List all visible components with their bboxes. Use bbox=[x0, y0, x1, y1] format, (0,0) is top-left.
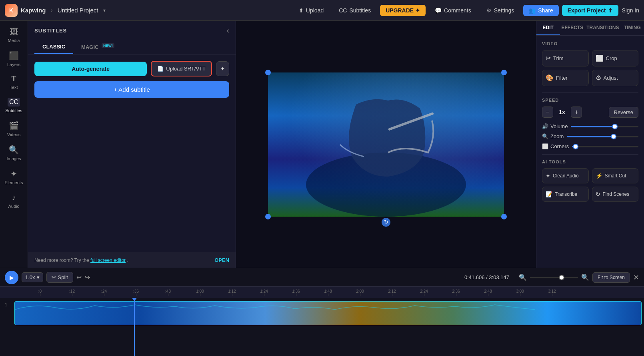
gear-icon: ⚙ bbox=[486, 7, 492, 14]
zoom-thumb-timeline[interactable] bbox=[559, 275, 564, 280]
sidebar-item-images[interactable]: 🔍 Images bbox=[2, 142, 26, 164]
zoom-row: 🔍 Zoom bbox=[542, 133, 638, 139]
split-button[interactable]: ✂ Split bbox=[46, 272, 73, 283]
project-name[interactable]: Untitled Project bbox=[58, 7, 98, 14]
sidebar-item-subtitles[interactable]: CC Subtitles bbox=[2, 95, 26, 116]
add-subtitle-button[interactable]: + Add subtitle bbox=[34, 81, 229, 98]
smart-cut-button[interactable]: ⚡ Smart Cut bbox=[592, 168, 639, 183]
speed-decrease-button[interactable]: − bbox=[542, 107, 553, 118]
filter-button[interactable]: 🎨 Filter bbox=[542, 70, 589, 86]
playback-speed-selector[interactable]: 1.0x ▾ bbox=[22, 272, 43, 282]
media-icon: 🖼 bbox=[10, 27, 18, 36]
tab-effects[interactable]: EFFECTS bbox=[560, 21, 585, 35]
ruler-mark: 3:12 bbox=[536, 289, 568, 296]
zoom-slider-timeline[interactable] bbox=[530, 277, 578, 278]
sidebar-item-elements[interactable]: ✦ Elements bbox=[2, 166, 26, 188]
find-scenes-button[interactable]: ↻ Find Scenes bbox=[592, 187, 639, 202]
panel-header: SUBTITLES ‹ bbox=[28, 21, 236, 40]
upload-extra-button[interactable]: ✦ bbox=[216, 61, 229, 76]
app-logo: K bbox=[5, 4, 18, 17]
zoom-slider[interactable] bbox=[567, 136, 638, 137]
playhead[interactable] bbox=[134, 298, 135, 356]
handle-top-right[interactable] bbox=[501, 70, 507, 75]
panel-tabs: CLASSIC MAGIC NEW! bbox=[28, 40, 236, 54]
ai-tools-label: AI TOOLS bbox=[542, 159, 638, 164]
handle-bottom-right[interactable] bbox=[501, 214, 507, 219]
subtitles-button[interactable]: CC Subtitles bbox=[333, 4, 377, 16]
upgrade-button[interactable]: UPGRADE ✦ bbox=[380, 5, 426, 16]
share-button[interactable]: 👥 Share bbox=[523, 5, 558, 16]
upload-icon: ⬆ bbox=[299, 7, 304, 14]
ruler-mark: 2:36 bbox=[440, 289, 472, 296]
fit-to-screen-button[interactable]: Fit to Screen bbox=[592, 272, 630, 283]
redo-button[interactable]: ↪ bbox=[85, 274, 90, 281]
comments-button[interactable]: 💬 Comments bbox=[429, 4, 477, 16]
ruler-marks: :0:12:24:36:481:001:121:241:361:482:002:… bbox=[12, 289, 644, 296]
corners-icon: ⬜ bbox=[542, 143, 548, 149]
sidebar-item-audio[interactable]: ♪ Audio bbox=[2, 190, 26, 212]
canvas-area: ↻ bbox=[236, 21, 536, 268]
video-content bbox=[268, 72, 504, 217]
volume-thumb[interactable] bbox=[612, 124, 618, 129]
tab-classic[interactable]: CLASSIC bbox=[34, 40, 73, 54]
chevron-down-icon[interactable]: ▾ bbox=[103, 8, 106, 13]
rotate-handle[interactable]: ↻ bbox=[382, 218, 390, 227]
brand-name[interactable]: Kapwing bbox=[21, 7, 46, 14]
fullscreen-editor-link[interactable]: full screen editor bbox=[90, 257, 126, 263]
clean-audio-button[interactable]: ✦ Clean Audio bbox=[542, 168, 589, 183]
play-button[interactable]: ▶ bbox=[5, 271, 18, 284]
tab-magic[interactable]: MAGIC NEW! bbox=[73, 40, 122, 54]
adjust-button[interactable]: ⚙ Adjust bbox=[592, 70, 639, 86]
volume-icon: 🔊 bbox=[542, 123, 548, 129]
settings-button[interactable]: ⚙ Settings bbox=[480, 4, 520, 16]
undo-button[interactable]: ↩ bbox=[76, 274, 82, 281]
share-icon: 👥 bbox=[529, 7, 536, 14]
handle-bottom-left[interactable] bbox=[265, 214, 271, 219]
signin-button[interactable]: Sign In bbox=[622, 7, 639, 14]
ruler-mark: 1:48 bbox=[312, 289, 344, 296]
zoom-in-button[interactable]: 🔍 bbox=[581, 274, 589, 281]
speed-section-label: SPEED bbox=[542, 98, 638, 103]
speed-controls: − 1x + Reverse bbox=[542, 107, 638, 118]
sidebar-item-layers[interactable]: ⬛ Layers bbox=[2, 48, 26, 70]
text-icon: T bbox=[11, 75, 16, 83]
video-frame[interactable]: ↻ bbox=[268, 72, 504, 217]
ruler-mark: 3:00 bbox=[504, 289, 536, 296]
zoom-out-button[interactable]: 🔍 bbox=[519, 274, 527, 281]
video-strip[interactable] bbox=[14, 301, 642, 325]
close-timeline-button[interactable]: ✕ bbox=[633, 273, 639, 282]
zoom-fill bbox=[567, 136, 614, 137]
panel-content: Auto-generate 📄 Upload SRT/VTT ✦ + Add s… bbox=[28, 54, 236, 252]
transcribe-button[interactable]: 📝 Transcribe bbox=[542, 187, 589, 202]
sidebar-item-media[interactable]: 🖼 Media bbox=[2, 24, 26, 46]
tab-transitions[interactable]: TRANSITIONS bbox=[585, 21, 620, 35]
timeline-toolbar: ▶ 1.0x ▾ ✂ Split ↩ ↪ 0:41.606 / 3:03.147… bbox=[0, 268, 644, 287]
sidebar-item-videos[interactable]: 🎬 Videos bbox=[2, 118, 26, 140]
auto-generate-button[interactable]: Auto-generate bbox=[34, 62, 147, 76]
panel-title: SUBTITLES bbox=[34, 28, 67, 34]
upload-button[interactable]: ⬆ Upload bbox=[293, 4, 330, 16]
corners-slider[interactable] bbox=[572, 146, 638, 147]
crop-button[interactable]: ⬜ Crop bbox=[592, 50, 639, 66]
ruler-mark: :0 bbox=[24, 289, 56, 296]
zoom-thumb[interactable] bbox=[611, 134, 616, 139]
open-fullscreen-button[interactable]: OPEN bbox=[214, 257, 229, 263]
sidebar-item-text[interactable]: T Text bbox=[2, 72, 26, 93]
tab-timing[interactable]: TIMING bbox=[621, 21, 644, 35]
comments-icon: 💬 bbox=[435, 7, 442, 14]
ruler-mark: 1:12 bbox=[216, 289, 248, 296]
upload-srt-button[interactable]: 📄 Upload SRT/VTT bbox=[151, 61, 212, 76]
volume-fill bbox=[571, 126, 615, 127]
tab-edit[interactable]: EDIT bbox=[536, 21, 560, 35]
speed-value: 1x bbox=[557, 109, 567, 115]
speed-section: − 1x + Reverse bbox=[542, 107, 638, 118]
reverse-button[interactable]: Reverse bbox=[609, 107, 638, 118]
export-button[interactable]: Export Project ⬆ bbox=[562, 5, 619, 16]
volume-slider[interactable] bbox=[571, 126, 638, 127]
trim-button[interactable]: ✂ Trim bbox=[542, 50, 589, 66]
speed-increase-button[interactable]: + bbox=[571, 107, 582, 118]
handle-top-left[interactable] bbox=[265, 70, 271, 75]
panel-close-button[interactable]: ‹ bbox=[227, 26, 229, 35]
corners-thumb[interactable] bbox=[573, 144, 578, 149]
find-scenes-icon: ↻ bbox=[596, 191, 600, 197]
